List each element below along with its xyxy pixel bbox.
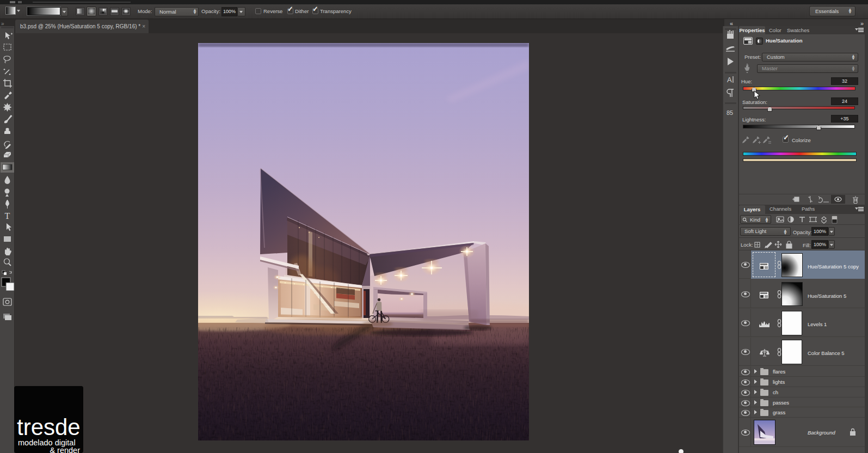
svg-text:A: A	[727, 76, 732, 84]
svg-text:85: 85	[727, 109, 733, 116]
svg-text:T: T	[5, 211, 10, 221]
